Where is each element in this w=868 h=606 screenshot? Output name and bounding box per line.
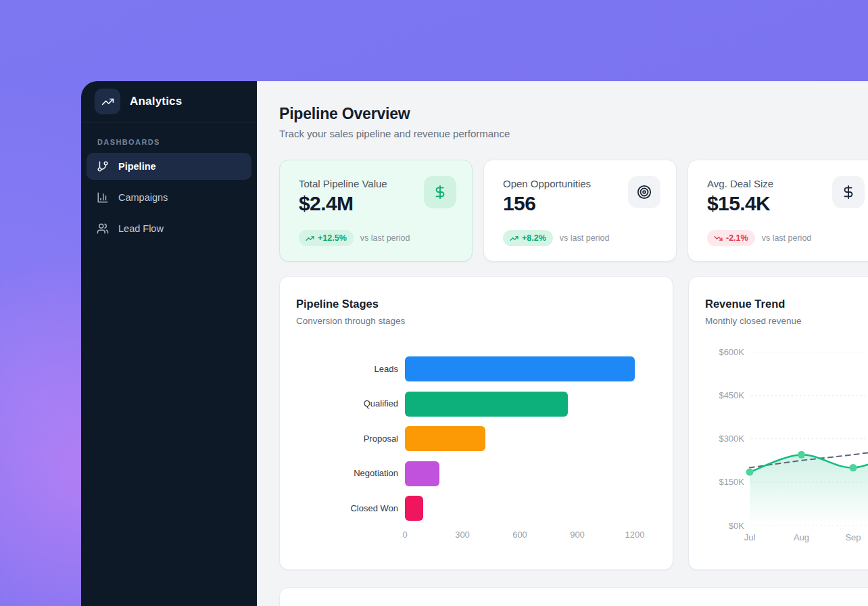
kpi-card-total-pipeline-value[interactable]: Total Pipeline Value $2.4M +12.5% vs las…	[279, 160, 473, 262]
delta-badge: +8.2%	[503, 230, 553, 246]
kpi-value: $15.4K	[707, 192, 770, 215]
kpi-card-avg-deal-size[interactable]: Avg. Deal Size $15.4K -2.1% vs last peri…	[688, 160, 868, 262]
trending-up-icon	[101, 95, 114, 108]
revenue-area	[750, 449, 868, 526]
analytics-logo	[95, 89, 120, 114]
main-content: Pipeline Overview Track your sales pipel…	[257, 81, 868, 606]
kpi-label: Total Pipeline Value	[299, 178, 387, 189]
trending-up-icon	[510, 234, 519, 243]
charts-row: Pipeline Stages Conversion through stage…	[279, 276, 868, 570]
x-axis-tick: Sep	[845, 532, 861, 542]
sidebar-nav: Pipeline Campaigns Lead Flow	[81, 153, 257, 242]
sidebar-item-lead-flow[interactable]: Lead Flow	[87, 215, 251, 242]
users-icon	[97, 223, 109, 235]
y-axis-tick: $450K	[719, 390, 744, 400]
bar-row: Leads	[280, 356, 673, 381]
bar-negotiation	[405, 461, 439, 486]
sidebar-item-campaigns[interactable]: Campaigns	[87, 184, 251, 211]
bar-row: Qualified	[280, 392, 673, 417]
sidebar-item-label: Campaigns	[118, 192, 168, 203]
bar-category-label: Proposal	[344, 433, 398, 444]
revenue-data-point	[850, 464, 857, 471]
trending-down-icon	[714, 234, 723, 243]
revenue-trend-card: Revenue Trend Monthly closed revenue $0K…	[688, 276, 868, 570]
bar-row: Negotiation	[280, 461, 673, 486]
vs-last-period-note: vs last period	[360, 233, 410, 243]
kpi-label: Open Opportunities	[503, 178, 591, 189]
bar-row: Proposal	[280, 426, 673, 451]
x-axis-tick: Aug	[794, 532, 809, 542]
bar-qualified	[405, 392, 568, 417]
git-branch-icon	[97, 160, 109, 172]
y-axis-tick: $150K	[719, 477, 744, 487]
kpi-value: 156	[503, 192, 535, 215]
sidebar-section-label: DASHBOARDS	[97, 138, 241, 146]
bar-proposal	[405, 426, 485, 451]
kpi-value: $2.4M	[299, 192, 353, 215]
x-axis-tick: 600	[512, 530, 527, 540]
sidebar-item-pipeline[interactable]: Pipeline	[87, 153, 251, 180]
x-axis-tick: 300	[455, 530, 470, 540]
y-axis-tick: $0K	[729, 521, 744, 531]
revenue-data-point	[798, 451, 805, 459]
revenue-data-point	[746, 468, 754, 475]
bottom-card-partially-visible	[279, 587, 868, 606]
bar-category-label: Closed Won	[344, 503, 398, 513]
sidebar-item-label: Pipeline	[118, 161, 156, 172]
revenue-chart-svg: $0K$150K$300K$450K$600KJulAugSep	[689, 277, 868, 571]
vs-last-period-note: vs last period	[762, 233, 812, 243]
pipeline-stages-card: Pipeline Stages Conversion through stage…	[279, 276, 673, 570]
purple-desktop-background: { "sidebar": { "brand": { "name": "Analy…	[0, 0, 868, 606]
x-axis-tick: 1200	[625, 530, 645, 540]
sidebar: Analytics DASHBOARDS Pipeline Campaigns	[81, 81, 257, 606]
sidebar-header: Analytics	[81, 81, 257, 122]
target-icon	[628, 176, 660, 208]
bar-chart-icon	[97, 191, 109, 204]
y-axis-tick: $300K	[719, 434, 744, 444]
bar-leads	[405, 356, 635, 381]
page-subtitle: Track your sales pipeline and revenue pe…	[279, 127, 868, 141]
kpi-row: Total Pipeline Value $2.4M +12.5% vs las…	[279, 160, 868, 262]
kpi-footer: +12.5% vs last period	[299, 230, 410, 246]
pipeline-bars: LeadsQualifiedProposalNegotiationClosed …	[280, 277, 673, 569]
bar-category-label: Negotiation	[344, 468, 398, 479]
bar-row: Closed Won	[280, 496, 673, 521]
bar-closed-won	[405, 496, 423, 521]
bar-category-label: Qualified	[344, 398, 398, 409]
brand-name: Analytics	[130, 95, 182, 108]
page-title: Pipeline Overview	[279, 105, 868, 122]
kpi-label: Avg. Deal Size	[707, 178, 773, 189]
x-axis-tick: 900	[570, 530, 585, 540]
kpi-card-open-opportunities[interactable]: Open Opportunities 156 +8.2% vs last per…	[483, 160, 677, 262]
dollar-icon	[424, 176, 456, 208]
delta-badge: -2.1%	[707, 230, 755, 246]
trending-up-icon	[306, 234, 314, 243]
x-axis-tick: 0	[402, 530, 407, 540]
sidebar-item-label: Lead Flow	[118, 223, 164, 234]
delta-badge: +12.5%	[299, 230, 354, 246]
kpi-footer: -2.1% vs last period	[707, 230, 811, 246]
x-axis-tick: Jul	[744, 532, 756, 542]
dollar-icon	[832, 176, 865, 208]
kpi-footer: +8.2% vs last period	[503, 230, 609, 246]
vs-last-period-note: vs last period	[560, 233, 610, 243]
bar-category-label: Leads	[344, 363, 398, 374]
app-window: Analytics DASHBOARDS Pipeline Campaigns	[81, 81, 868, 606]
y-axis-tick: $600K	[719, 347, 744, 357]
